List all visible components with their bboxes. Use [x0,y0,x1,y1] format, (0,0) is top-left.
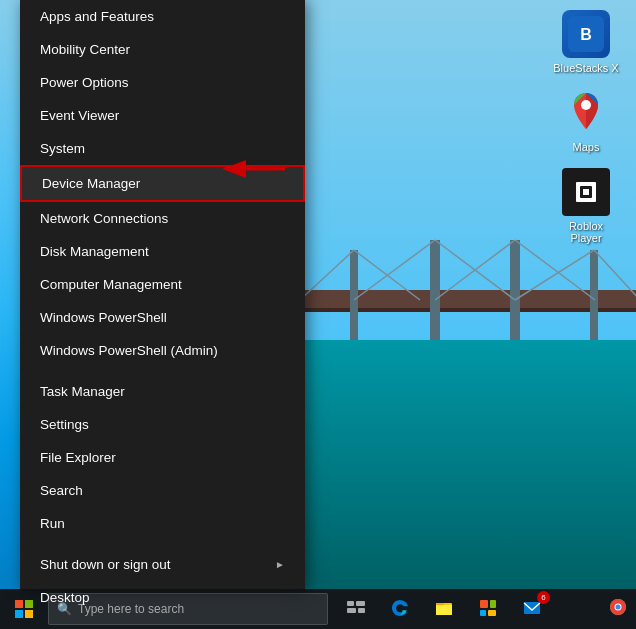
menu-item-settings[interactable]: Settings [20,408,305,441]
menu-item-event-viewer[interactable]: Event Viewer [20,99,305,132]
bluestacks-label: BlueStacks X [553,62,618,74]
file-explorer-icon [434,598,454,618]
taskbar-file-explorer[interactable] [424,589,464,629]
task-view-icon [347,599,365,617]
menu-label-run: Run [40,516,65,531]
svg-point-18 [581,100,591,110]
menu-item-power-options[interactable]: Power Options [20,66,305,99]
menu-label-device-manager: Device Manager [42,176,140,191]
menu-item-disk-management[interactable]: Disk Management [20,235,305,268]
system-tray [600,597,636,621]
svg-rect-37 [480,610,486,616]
menu-item-computer-management[interactable]: Computer Management [20,268,305,301]
svg-rect-34 [436,605,452,615]
menu-label-network-connections: Network Connections [40,211,168,226]
svg-rect-1 [300,340,636,590]
taskbar-edge[interactable] [380,589,420,629]
menu-item-file-explorer[interactable]: File Explorer [20,441,305,474]
svg-rect-4 [350,250,358,340]
menu-label-file-explorer: File Explorer [40,450,116,465]
menu-item-device-manager[interactable]: Device Manager [20,165,305,202]
chrome-icon [608,597,628,617]
bluestacks-icon: B [562,10,610,58]
menu-item-windows-powershell[interactable]: Windows PowerShell [20,301,305,334]
svg-rect-31 [347,608,356,613]
taskbar-mail[interactable]: 6 [512,589,552,629]
menu-label-search: Search [40,483,83,498]
maps-icon [562,89,610,137]
menu-label-apps-features: Apps and Features [40,9,154,24]
svg-rect-30 [356,601,365,606]
svg-rect-36 [490,600,496,608]
roblox-icon [562,168,610,216]
menu-item-network-connections[interactable]: Network Connections [20,202,305,235]
svg-rect-38 [488,610,496,616]
roblox-label: Roblox Player [569,220,603,244]
svg-rect-29 [347,601,354,606]
svg-rect-35 [480,600,488,608]
menu-label-desktop: Desktop [40,590,90,605]
edge-icon [390,598,410,618]
menu-label-disk-management: Disk Management [40,244,149,259]
context-menu: Apps and Features Mobility Center Power … [20,0,305,589]
roblox-icon-item[interactable]: Roblox Player [546,168,626,244]
menu-item-system[interactable]: System [20,132,305,165]
chevron-right-icon: ► [275,559,285,570]
menu-item-shut-down[interactable]: Shut down or sign out ► [20,548,305,581]
menu-label-event-viewer: Event Viewer [40,108,119,123]
menu-label-mobility-center: Mobility Center [40,42,130,57]
menu-label-system: System [40,141,85,156]
mail-badge: 6 [537,591,550,604]
svg-rect-6 [510,240,520,340]
menu-item-run[interactable]: Run [20,507,305,540]
svg-rect-7 [590,250,598,340]
menu-label-shut-down: Shut down or sign out [40,557,171,572]
maps-svg [562,89,610,137]
roblox-logo [562,168,610,216]
maps-label: Maps [573,141,600,153]
menu-item-windows-powershell-admin[interactable]: Windows PowerShell (Admin) [20,334,305,367]
svg-rect-39 [524,602,540,614]
svg-rect-22 [583,189,589,195]
taskbar-store[interactable] [468,589,508,629]
menu-label-windows-powershell-admin: Windows PowerShell (Admin) [40,343,218,358]
desktop-icons-area: B BlueStacks X Maps [546,10,626,244]
svg-rect-32 [358,608,365,613]
bluestacks-svg: B [568,16,604,52]
menu-item-task-manager[interactable]: Task Manager [20,375,305,408]
menu-label-power-options: Power Options [40,75,129,90]
menu-label-windows-powershell: Windows PowerShell [40,310,167,325]
svg-point-43 [616,605,621,610]
bluestacks-logo: B [562,10,610,58]
menu-label-settings: Settings [40,417,89,432]
svg-text:B: B [580,26,592,43]
taskbar-task-view[interactable] [336,589,376,629]
menu-item-mobility-center[interactable]: Mobility Center [20,33,305,66]
maps-icon-item[interactable]: Maps [546,89,626,153]
menu-item-apps-features[interactable]: Apps and Features [20,0,305,33]
store-icon [478,598,498,618]
taskbar-chrome[interactable] [608,597,628,621]
menu-label-computer-management: Computer Management [40,277,182,292]
menu-label-task-manager: Task Manager [40,384,125,399]
menu-item-desktop[interactable]: Desktop [20,581,305,614]
menu-item-search[interactable]: Search [20,474,305,507]
roblox-svg [568,174,604,210]
taskbar-apps-area: 6 [328,589,560,629]
bluestacks-icon-item[interactable]: B BlueStacks X [546,10,626,74]
svg-rect-5 [430,240,440,340]
